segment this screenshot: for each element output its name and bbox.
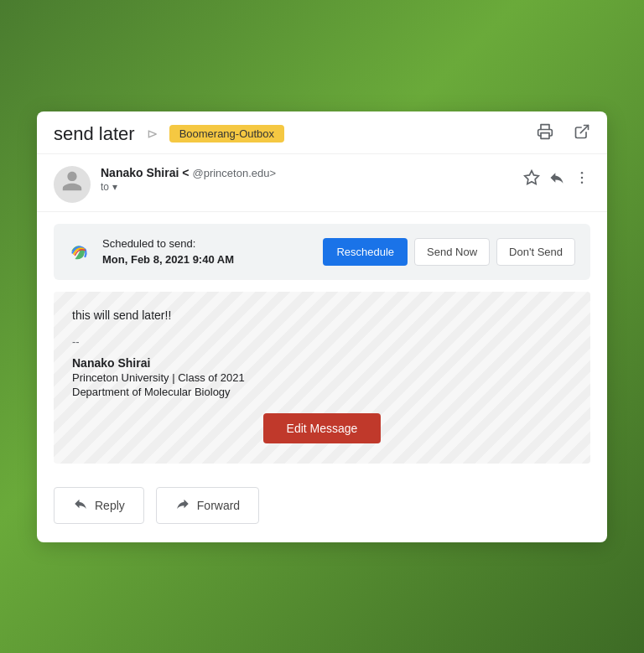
signature-name: Nanako Shirai bbox=[72, 356, 572, 370]
reply-quick-icon[interactable] bbox=[548, 169, 565, 190]
schedule-text: Scheduled to send: Mon, Feb 8, 2021 9:40… bbox=[102, 236, 234, 268]
send-later-arrow-icon: ⊳ bbox=[147, 126, 158, 142]
dont-send-button[interactable]: Don't Send bbox=[496, 238, 575, 266]
to-dropdown-icon[interactable]: ▾ bbox=[112, 181, 117, 193]
message-text: this will send later!! bbox=[72, 308, 572, 322]
sender-info: Nanako Shirai < @princeton.edu> to ▾ bbox=[101, 166, 513, 193]
edit-message-button[interactable]: Edit Message bbox=[263, 413, 382, 443]
email-container: send later ⊳ Boomerang-Outbox bbox=[37, 111, 607, 542]
boomerang-logo-icon bbox=[69, 241, 89, 262]
sender-actions bbox=[523, 166, 590, 190]
svg-line-1 bbox=[580, 126, 588, 133]
svg-marker-2 bbox=[525, 170, 539, 184]
to-row: to ▾ bbox=[101, 181, 513, 193]
more-options-icon[interactable] bbox=[574, 169, 590, 190]
user-avatar-icon bbox=[60, 169, 84, 199]
forward-arrow-icon bbox=[175, 496, 190, 515]
schedule-datetime: Mon, Feb 8, 2021 9:40 AM bbox=[102, 253, 234, 266]
sender-email: @princeton.edu> bbox=[192, 167, 276, 179]
reschedule-button[interactable]: Reschedule bbox=[323, 238, 408, 266]
star-icon[interactable] bbox=[523, 169, 540, 190]
open-external-icon[interactable] bbox=[574, 123, 590, 144]
reply-button[interactable]: Reply bbox=[54, 487, 144, 524]
signature-line2: Department of Molecular Biology bbox=[72, 386, 572, 398]
to-label: to bbox=[101, 181, 109, 193]
reply-label: Reply bbox=[95, 499, 125, 512]
message-body: this will send later!! -- Nanako Shirai … bbox=[54, 292, 590, 464]
page-title: send later bbox=[54, 123, 135, 145]
reply-arrow-icon bbox=[73, 496, 88, 515]
boomerang-badge: Boomerang-Outbox bbox=[169, 125, 284, 143]
signature-line1: Princeton University | Class of 2021 bbox=[72, 371, 572, 384]
forward-button[interactable]: Forward bbox=[156, 487, 259, 524]
print-icon[interactable] bbox=[537, 123, 553, 144]
svg-point-4 bbox=[581, 176, 584, 179]
forward-label: Forward bbox=[197, 499, 240, 512]
sender-name: Nanako Shirai < bbox=[101, 166, 189, 179]
svg-rect-0 bbox=[541, 133, 549, 139]
sender-row: Nanako Shirai < @princeton.edu> to ▾ bbox=[37, 154, 607, 212]
reply-forward-row: Reply Forward bbox=[37, 475, 607, 542]
avatar bbox=[54, 166, 91, 203]
sender-name-row: Nanako Shirai < @princeton.edu> bbox=[101, 166, 513, 179]
email-header: send later ⊳ Boomerang-Outbox bbox=[37, 111, 607, 154]
send-now-button[interactable]: Send Now bbox=[414, 238, 490, 266]
svg-point-3 bbox=[581, 171, 584, 174]
message-separator: -- bbox=[72, 335, 572, 348]
schedule-buttons: Reschedule Send Now Don't Send bbox=[323, 238, 575, 266]
svg-point-5 bbox=[581, 181, 584, 184]
schedule-banner: Scheduled to send: Mon, Feb 8, 2021 9:40… bbox=[54, 224, 590, 280]
